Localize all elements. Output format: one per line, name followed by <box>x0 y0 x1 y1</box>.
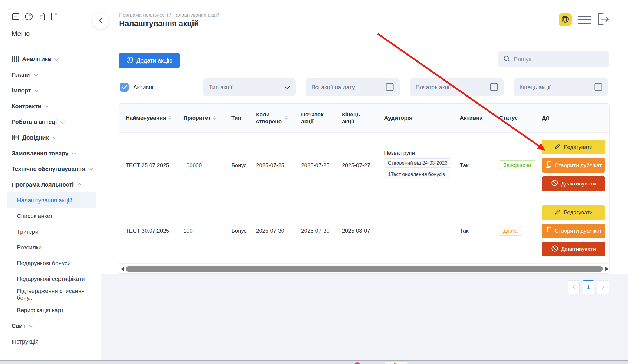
chevron-down-icon <box>285 84 290 91</box>
duplicate-button[interactable]: Створити дублікат <box>542 158 605 173</box>
cell-created: 2025-07-25 <box>256 162 301 169</box>
sidebar-item-directory[interactable]: Довідник <box>0 130 100 145</box>
promo-end-date-picker[interactable]: Кінець акції <box>514 78 608 96</box>
chevron-down-icon <box>54 58 59 61</box>
pencil-icon <box>554 143 561 151</box>
chevron-up-icon <box>77 183 81 185</box>
edit-button[interactable]: Редагувати <box>542 205 605 220</box>
breadcrumb: Програма лояльності / Налаштування акцій <box>119 12 219 18</box>
search-input[interactable] <box>514 56 604 63</box>
table-header-row: Найменування Пріоритет Тип Коли створено… <box>119 104 609 133</box>
prev-page-button[interactable] <box>568 280 580 294</box>
sidebar-item-contracts[interactable]: Контракти <box>0 98 100 114</box>
sidebar-item-analytics[interactable]: Аналітика <box>0 51 100 67</box>
sidebar-item-instruction[interactable]: Інструкція <box>0 334 100 349</box>
add-promotion-button[interactable]: Додати акцію <box>119 53 180 68</box>
cell-actions: Редагувати Створити дублікат Деактивуват… <box>542 205 610 256</box>
page-number-button[interactable]: 1 <box>583 280 594 294</box>
search-icon <box>503 55 510 63</box>
sidebar-nav: Аналітика Плани Імпорт Контракти Робота … <box>0 51 100 349</box>
checkbox-check-icon <box>120 83 129 92</box>
bottom-page-edge <box>0 360 628 364</box>
main-content: Програма лояльності / Налаштування акцій… <box>101 0 628 360</box>
cell-start: 2025-07-25 <box>301 162 342 169</box>
language-button[interactable] <box>559 13 572 26</box>
page-title: Налаштування акцій <box>119 19 199 28</box>
edit-button[interactable]: Редагувати <box>542 140 605 154</box>
sort-icon[interactable] <box>168 116 171 120</box>
sort-icon[interactable] <box>285 116 288 120</box>
duplicate-button[interactable]: Створити дублікат <box>542 224 605 238</box>
menu-title: Меню <box>12 30 30 38</box>
cell-name: ТЕСТ 30.07.2025 <box>126 228 183 234</box>
copy-icon <box>545 227 552 235</box>
cell-active: Так <box>460 162 499 169</box>
promos-on-date-picker[interactable]: Всі акції на дату <box>306 78 400 96</box>
promo-start-date-picker[interactable]: Початок акції <box>410 78 504 96</box>
promo-type-select[interactable]: Тип акції <box>203 78 296 96</box>
plus-circle-icon <box>126 56 133 65</box>
calendar-icon <box>594 82 602 92</box>
chevron-down-icon <box>45 105 49 108</box>
book-icon[interactable] <box>50 13 58 21</box>
cell-status: Діюча <box>499 226 542 236</box>
sidebar-item-questionnaires[interactable]: Список анкет <box>0 208 100 224</box>
sidebar-item-mailings[interactable]: Розсилки <box>0 240 100 255</box>
archive-icon[interactable] <box>12 13 20 21</box>
logout-icon <box>598 13 609 26</box>
sidebar-item-gift-bonuses[interactable]: Подарункові бонуси <box>0 255 100 271</box>
sidebar-item-pharmacy-work[interactable]: Робота в аптеці <box>0 114 100 130</box>
sidebar-item-promo-settings[interactable]: Налаштування акцій <box>7 192 96 208</box>
document-icon[interactable] <box>38 13 45 21</box>
status-badge: Діюча <box>499 226 522 236</box>
deactivate-button[interactable]: Деактивувати <box>542 242 605 256</box>
cell-actions: Редагувати Створити дублікат Деактивуват… <box>542 140 610 191</box>
scroll-left-arrow-icon[interactable] <box>121 266 124 272</box>
audience-chip: Створений від 24-03-2023 <box>384 158 451 168</box>
header-icons <box>559 13 609 26</box>
sort-icon[interactable] <box>213 116 216 120</box>
cell-name: ТЕСТ 25.07.2025 <box>126 162 183 169</box>
sidebar-item-goods-order[interactable]: Замовлення товару <box>0 145 100 161</box>
hamburger-menu-button[interactable] <box>578 15 591 25</box>
sidebar-item-triggers[interactable]: Тригери <box>0 224 100 240</box>
scroll-right-arrow-icon[interactable] <box>605 266 608 272</box>
pie-chart-icon[interactable] <box>24 12 33 21</box>
chevron-down-icon <box>29 325 33 328</box>
filter-row: Активні Тип акції Всі акції на дату Поча… <box>120 78 609 96</box>
sidebar-item-bonus-writeoff-confirm[interactable]: Підтвердження списання бону... <box>0 287 100 302</box>
table-horizontal-scrollbar <box>119 263 609 274</box>
chip-icon <box>385 362 408 364</box>
sidebar-item-plans[interactable]: Плани <box>0 67 100 83</box>
sidebar-top-icons <box>12 12 58 21</box>
globe-icon <box>561 15 569 24</box>
ban-icon <box>551 179 558 188</box>
cell-type: Бонус <box>231 162 256 169</box>
audience-chip: 1Тест оновлення бонусів <box>384 170 449 179</box>
sidebar-item-import[interactable]: Імпорт <box>0 83 100 98</box>
chevron-down-icon <box>88 168 93 171</box>
active-filter-checkbox[interactable]: Активні <box>120 78 153 96</box>
sidebar-item-maintenance[interactable]: Технічне обслуговування <box>0 161 100 177</box>
sidebar-item-card-verification[interactable]: Верифікація карт <box>0 302 100 318</box>
calendar-icon <box>490 82 498 92</box>
chevron-down-icon <box>72 152 76 155</box>
list-icon <box>12 135 19 140</box>
sidebar-collapse-button[interactable] <box>92 13 109 29</box>
audience-group-label: Назва групи: <box>384 150 460 156</box>
sidebar-item-gift-certificates[interactable]: Подарункові сертифікати <box>0 271 100 287</box>
cell-end: 2025-08-07 <box>342 228 384 234</box>
next-page-button[interactable] <box>597 280 609 294</box>
logout-button[interactable] <box>598 13 609 26</box>
sidebar-item-site[interactable]: Сайт <box>0 318 100 334</box>
scrollbar-thumb[interactable] <box>126 266 603 272</box>
grid-icon <box>12 56 19 62</box>
cell-audience: Назва групи: Створений від 24-03-2023 1Т… <box>384 150 460 181</box>
deactivate-button[interactable]: Деактивувати <box>542 176 605 191</box>
promotions-settings-page: Меню Аналітика Плани Імпорт Контракти Ро… <box>0 0 628 364</box>
ban-icon <box>551 245 558 254</box>
cell-type: Бонус <box>231 228 256 234</box>
copy-icon <box>545 161 552 169</box>
chevron-down-icon <box>60 121 65 124</box>
sidebar-item-loyalty-program[interactable]: Програма лояльності <box>0 177 100 192</box>
